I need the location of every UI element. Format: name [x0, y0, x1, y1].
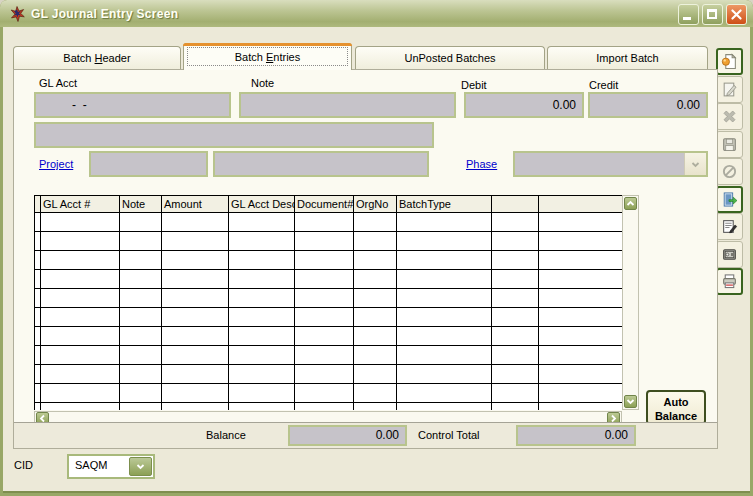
grid-cell[interactable]	[295, 346, 354, 365]
grid-cell[interactable]	[354, 365, 397, 384]
project-code-field[interactable]	[89, 151, 208, 177]
grid-cell[interactable]	[120, 270, 162, 289]
grid-cell[interactable]	[492, 213, 539, 232]
grid-vertical-scrollbar[interactable]	[622, 195, 639, 410]
grid-cell[interactable]	[229, 289, 295, 308]
grid-cell[interactable]	[162, 213, 229, 232]
grid-column-header[interactable]: BatchType	[397, 196, 492, 213]
grid-cell[interactable]	[295, 213, 354, 232]
grid-cell[interactable]	[120, 308, 162, 327]
grid-cell[interactable]	[397, 232, 492, 251]
grid-cell[interactable]	[162, 384, 229, 403]
grid-cell[interactable]	[41, 365, 120, 384]
grid-cell[interactable]	[397, 346, 492, 365]
tab-batch-header[interactable]: Batch Header	[13, 46, 181, 69]
grid-cell[interactable]	[492, 289, 539, 308]
grid-cell[interactable]	[492, 327, 539, 346]
grid-cell[interactable]	[120, 327, 162, 346]
grid-cell[interactable]	[295, 251, 354, 270]
grid-cell[interactable]	[229, 308, 295, 327]
grid-row[interactable]	[35, 251, 623, 270]
grid-row[interactable]	[35, 327, 623, 346]
grid-row[interactable]	[35, 308, 623, 327]
phase-link[interactable]: Phase	[466, 158, 497, 170]
grid-cell[interactable]	[354, 384, 397, 403]
safe-button[interactable]	[716, 241, 743, 268]
grid-cell[interactable]	[162, 327, 229, 346]
scroll-down-button[interactable]	[624, 395, 637, 408]
grid-cell[interactable]	[120, 251, 162, 270]
close-button[interactable]	[726, 4, 747, 25]
grid-cell[interactable]	[229, 213, 295, 232]
grid-cell[interactable]	[120, 384, 162, 403]
grid-row[interactable]	[35, 403, 623, 411]
grid-cell[interactable]	[162, 270, 229, 289]
exit-button[interactable]	[716, 186, 743, 213]
gl-acct-field[interactable]: - -	[34, 92, 231, 118]
grid-cell[interactable]	[492, 365, 539, 384]
grid-row[interactable]	[35, 270, 623, 289]
new-entry-button[interactable]	[716, 48, 743, 75]
grid-cell[interactable]	[492, 270, 539, 289]
grid-cell[interactable]	[229, 403, 295, 411]
grid-cell[interactable]	[295, 327, 354, 346]
tab-import-batch[interactable]: Import Batch	[547, 46, 708, 69]
project-link[interactable]: Project	[39, 158, 73, 170]
grid-cell[interactable]	[295, 289, 354, 308]
grid-row[interactable]	[35, 289, 623, 308]
grid-cell[interactable]	[120, 346, 162, 365]
phase-dropdown-button[interactable]	[684, 153, 706, 175]
grid-cell[interactable]	[162, 346, 229, 365]
grid-cell[interactable]	[295, 270, 354, 289]
grid-cell[interactable]	[295, 365, 354, 384]
debit-field[interactable]: 0.00	[464, 92, 584, 118]
grid-cell[interactable]	[162, 308, 229, 327]
grid-cell[interactable]	[492, 403, 539, 411]
grid-cell[interactable]	[41, 384, 120, 403]
auto-balance-button[interactable]: Auto Balance	[646, 390, 706, 425]
grid-row[interactable]	[35, 213, 623, 232]
grid-row[interactable]	[35, 384, 623, 403]
grid-cell[interactable]	[41, 232, 120, 251]
grid-cell[interactable]	[120, 403, 162, 411]
grid-cell[interactable]	[492, 251, 539, 270]
grid-column-header[interactable]: Note	[120, 196, 162, 213]
grid-column-header[interactable]: Amount	[162, 196, 229, 213]
scroll-up-button[interactable]	[624, 197, 637, 210]
grid-cell[interactable]	[354, 327, 397, 346]
grid-row[interactable]	[35, 346, 623, 365]
grid-cell[interactable]	[162, 289, 229, 308]
grid-cell[interactable]	[295, 308, 354, 327]
grid-cell[interactable]	[492, 346, 539, 365]
grid-column-header[interactable]	[492, 196, 539, 213]
grid-cell[interactable]	[120, 213, 162, 232]
tab-batch-entries[interactable]: Batch Entries	[183, 43, 352, 70]
print-button[interactable]	[716, 268, 743, 295]
tab-unposted-batches[interactable]: UnPosted Batches	[355, 46, 545, 69]
grid-cell[interactable]	[229, 270, 295, 289]
credit-field[interactable]: 0.00	[588, 92, 708, 118]
grid-cell[interactable]	[492, 232, 539, 251]
maximize-button[interactable]	[702, 4, 723, 25]
grid-cell[interactable]	[295, 232, 354, 251]
grid-cell[interactable]	[120, 365, 162, 384]
phase-dropdown[interactable]	[513, 151, 708, 177]
grid-cell[interactable]	[354, 213, 397, 232]
grid-cell[interactable]	[41, 251, 120, 270]
grid-cell[interactable]	[354, 403, 397, 411]
grid-cell[interactable]	[354, 270, 397, 289]
control-total-field[interactable]: 0.00	[516, 425, 636, 446]
grid-cell[interactable]	[295, 403, 354, 411]
grid-cell[interactable]	[397, 365, 492, 384]
grid-cell[interactable]	[397, 308, 492, 327]
grid-cell[interactable]	[397, 270, 492, 289]
grid-cell[interactable]	[354, 289, 397, 308]
grid-cell[interactable]	[295, 384, 354, 403]
grid-cell[interactable]	[492, 308, 539, 327]
cid-dropdown-button[interactable]	[129, 457, 152, 476]
grid-cell[interactable]	[397, 289, 492, 308]
grid-column-header[interactable]: GL Acct Desc	[229, 196, 295, 213]
grid-cell[interactable]	[229, 384, 295, 403]
note-field[interactable]	[239, 92, 456, 118]
grid-cell[interactable]	[397, 213, 492, 232]
